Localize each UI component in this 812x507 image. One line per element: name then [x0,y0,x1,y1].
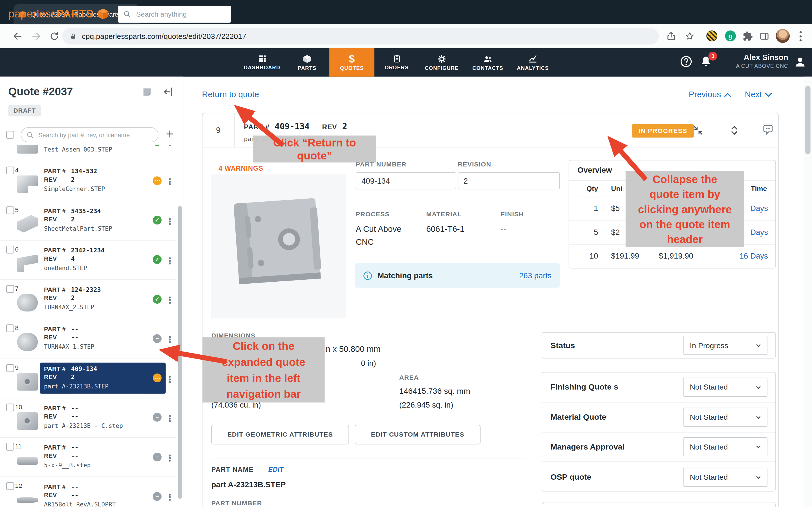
part-thumbnail [17,412,38,430]
list-item[interactable]: 8 PART #-- REV-- TURN4AX_1.STEP ••• [0,320,176,359]
collapse-sidebar-icon[interactable] [163,87,174,98]
add-part-icon[interactable] [165,129,175,139]
account-icon[interactable] [794,55,807,69]
row-menu-icon[interactable]: ••• [166,493,174,501]
nav-quotes[interactable]: $ QUOTES [329,48,374,76]
sub-quote-row: Finishing Quote s Not Started [542,372,775,402]
overview-tab[interactable]: Overview [577,166,612,174]
sidebar-search[interactable] [20,127,158,142]
part-number-input[interactable] [356,172,456,189]
osp-quote-dropdown[interactable]: Not Started [683,467,767,487]
edit-custom-attributes-button[interactable]: EDIT CUSTOM ATTRIBUTES [355,425,480,445]
list-item[interactable]: 5 PART #5435-234 REV2 SheetMetalPart.STE… [0,201,176,240]
brand-cube-icon [97,7,110,21]
nav-analytics[interactable]: ANALYTICS [512,48,554,76]
material-value: 6061-T6-1 [426,223,465,235]
material-label: MATERIAL [426,211,462,218]
comments-icon[interactable] [762,124,774,136]
row-menu-icon[interactable]: ••• [166,257,174,265]
row-menu-icon[interactable]: ••• [166,414,174,422]
dimensions-value-fragment: n x 50.800 mm [326,342,380,355]
list-item[interactable]: 3 PART # REV Test_Assem_003.STEP ••• [0,145,176,161]
lock-icon [69,33,77,40]
finishing-quote-dropdown[interactable]: Not Started [683,378,767,397]
row-checkbox[interactable] [6,403,14,411]
row-menu-icon[interactable]: ••• [166,335,174,343]
global-search-input[interactable] [135,10,220,18]
row-checkbox[interactable] [6,325,14,332]
row-checkbox[interactable] [6,443,14,451]
list-item[interactable]: 10 PART #-- REV-- part A-23213B - C.step… [0,398,176,438]
status-dropdown[interactable]: In Progress [683,336,767,355]
extension-grammarly-icon[interactable]: g [725,31,736,41]
material-quote-dropdown[interactable]: Not Started [683,407,767,427]
browser-profile-avatar[interactable] [776,29,790,43]
forward-icon[interactable] [31,31,42,41]
sidebar-search-input[interactable] [37,131,148,139]
annotation-collapse-item: Collapse the quote item by clicking anyw… [626,171,744,247]
global-search[interactable] [118,6,231,23]
nav-contacts[interactable]: CONTACTS [467,48,509,76]
paperless-parts-logo[interactable]: paperlessPARTS [8,7,110,21]
info-icon [363,271,372,280]
back-icon[interactable] [12,31,23,41]
list-item[interactable]: 7 PART #124-2323 REV2 TURN4AX_2.STEP ••• [0,280,176,320]
edit-geometric-attributes-button[interactable]: EDIT GEOMETRIC ATTRIBUTES [211,425,349,445]
address-bar[interactable]: cpq.paperlessparts.com/quotes/edit/2037/… [62,28,659,45]
row-menu-icon[interactable]: ••• [166,296,174,304]
row-menu-icon[interactable]: ••• [166,375,174,383]
nav-parts[interactable]: PARTS [288,48,326,76]
finish-value: -- [501,223,506,235]
search-icon [27,131,34,138]
process-value: A Cut Above CNC [356,223,414,248]
row-checkbox[interactable] [6,245,14,253]
bookmark-star-icon[interactable] [684,31,695,41]
managers-approval-dropdown[interactable]: Not Started [683,438,767,457]
row-checkbox[interactable] [6,167,14,175]
row-menu-icon[interactable]: ••• [166,217,174,225]
return-to-quote-link[interactable]: Return to quote [202,90,259,100]
part-preview-image[interactable] [211,174,346,318]
nav-dashboard[interactable]: DASHBOARD [241,48,283,76]
warnings-link[interactable]: 4 WARNINGS [218,165,263,172]
list-item-selected[interactable]: 9 PART #409-134 REV2 part A-23213B.STEP … [0,359,176,398]
reorder-item-icon[interactable] [728,125,740,136]
status-icon [153,216,161,224]
select-all-checkbox[interactable] [6,131,14,139]
lead-time-link[interactable]: 16 Days [716,251,768,260]
collapse-item-icon[interactable] [693,125,704,136]
reload-icon[interactable] [49,31,59,41]
nav-configure[interactable]: CONFIGURE [419,48,464,76]
browser-menu-icon[interactable]: ••• [798,30,803,43]
sidebar-scrollbar-thumb[interactable] [178,206,182,499]
user-info[interactable]: Alex Sinson A CUT ABOVE CNC [689,53,788,69]
extensions-puzzle-icon[interactable] [743,31,753,41]
share-icon[interactable] [666,31,676,41]
list-item[interactable]: 4 PART #134-532 REV2 SimpleCorner.STEP •… [0,162,176,201]
browser-toolbar: cpq.paperlessparts.com/quotes/edit/2037/… [0,24,812,48]
row-checkbox[interactable] [6,364,14,372]
row-menu-icon[interactable]: ••• [166,178,174,186]
part-list: 3 PART # REV Test_Assem_003.STEP ••• 4 P… [0,145,176,507]
row-checkbox[interactable] [6,482,14,490]
annotation-click-nav-item: Click on the expanded quote item in the … [202,337,324,402]
row-menu-icon[interactable]: ••• [166,145,174,146]
matching-parts-count-link[interactable]: 263 parts [519,271,552,280]
extension-bee-icon[interactable] [706,31,717,41]
window-scrollbar-thumb[interactable] [805,86,810,154]
next-item-link[interactable]: Next [745,90,772,100]
row-menu-icon[interactable]: ••• [166,454,174,462]
nav-orders[interactable]: ORDERS [378,48,415,76]
row-checkbox[interactable] [6,285,14,293]
edit-part-name-link[interactable]: EDIT [268,466,283,473]
note-icon[interactable] [142,87,152,98]
list-item[interactable]: 6 PART #2342-1234 REV4 oneBend.STEP ••• [0,240,176,280]
list-item[interactable]: 11 PART #-- REV-- 5-x-9__B.step ••• [0,438,176,477]
quote-item-index: 9 [202,113,235,147]
part-thumbnail [17,373,38,390]
row-checkbox[interactable] [6,206,14,214]
list-item[interactable]: 12 PART #-- REV-- AR15Bolt_RevA.SLDPRT •… [0,477,176,507]
side-panel-icon[interactable] [759,31,770,41]
revision-input[interactable] [458,172,560,189]
previous-item-link[interactable]: Previous [689,90,731,100]
